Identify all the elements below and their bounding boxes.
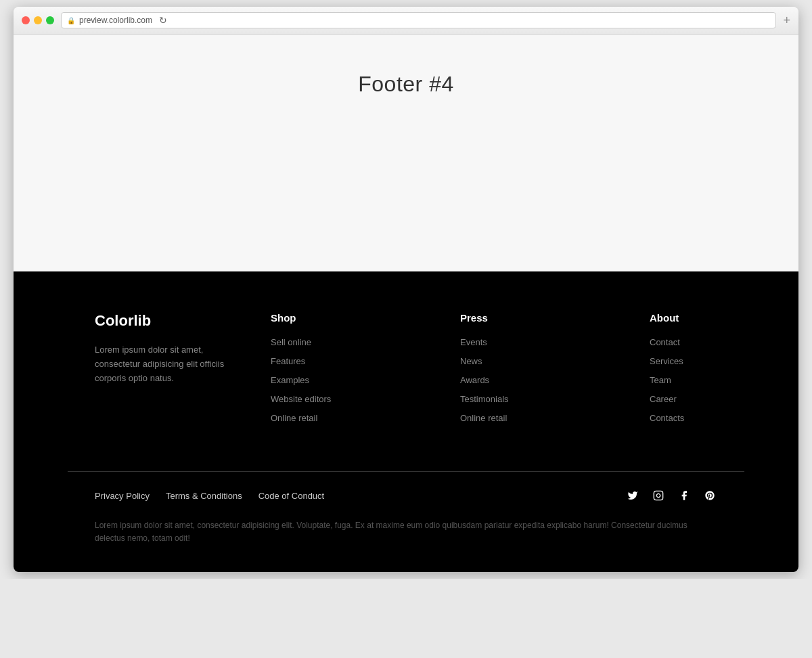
footer-column-press: Press Events News Awards Testimonials On… xyxy=(460,312,528,431)
team-link[interactable]: Team xyxy=(650,375,671,385)
list-item: Examples xyxy=(271,374,338,386)
list-item: Online retail xyxy=(271,412,338,424)
twitter-icon[interactable] xyxy=(625,488,640,503)
list-item: Contact xyxy=(650,336,717,348)
browser-window: 🔒 preview.colorlib.com ↻ + Footer #4 Col… xyxy=(14,7,798,572)
services-link[interactable]: Services xyxy=(650,356,683,366)
page-title: Footer #4 xyxy=(358,72,453,97)
privacy-policy-link[interactable]: Privacy Policy xyxy=(95,491,150,501)
press-column-title: Press xyxy=(460,312,528,324)
online-retail-shop-link[interactable]: Online retail xyxy=(271,413,317,423)
list-item: Services xyxy=(650,355,717,367)
footer-disclaimer: Lorem ipsum dolor sit amet, consectetur … xyxy=(68,519,744,572)
footer-columns: Shop Sell online Features Examples Websi… xyxy=(271,312,717,431)
close-button[interactable] xyxy=(22,16,30,24)
list-item: News xyxy=(460,355,528,367)
footer-bottom: Privacy Policy Terms & Conditions Code o… xyxy=(68,472,744,519)
about-links: Contact Services Team Career Contacts xyxy=(650,336,717,424)
list-item: Awards xyxy=(460,374,528,386)
minimize-button[interactable] xyxy=(34,16,42,24)
list-item: Contacts xyxy=(650,412,717,424)
list-item: Features xyxy=(271,355,338,367)
footer-brand: Colorlib Lorem ipsum dolor sit amet, con… xyxy=(95,312,230,431)
lock-icon: 🔒 xyxy=(67,17,75,24)
window-controls xyxy=(22,16,54,24)
footer-column-about: About Contact Services Team Career Conta… xyxy=(650,312,717,431)
list-item: Online retail xyxy=(460,412,528,424)
examples-link[interactable]: Examples xyxy=(271,375,309,385)
browser-toolbar: 🔒 preview.colorlib.com ↻ + xyxy=(14,7,798,35)
list-item: Website editors xyxy=(271,393,338,405)
about-column-title: About xyxy=(650,312,717,324)
press-links: Events News Awards Testimonials Online r… xyxy=(460,336,528,424)
maximize-button[interactable] xyxy=(46,16,54,24)
online-retail-press-link[interactable]: Online retail xyxy=(460,413,507,423)
footer-column-shop: Shop Sell online Features Examples Websi… xyxy=(271,312,338,431)
url-text: preview.colorlib.com xyxy=(79,16,152,25)
website-editors-link[interactable]: Website editors xyxy=(271,394,331,404)
footer-legal-links: Privacy Policy Terms & Conditions Code o… xyxy=(95,491,324,501)
news-link[interactable]: News xyxy=(460,356,482,366)
svg-rect-0 xyxy=(654,491,662,500)
sell-online-link[interactable]: Sell online xyxy=(271,337,311,347)
disclaimer-text: Lorem ipsum dolor sit amet, consectetur … xyxy=(95,519,717,545)
code-of-conduct-link[interactable]: Code of Conduct xyxy=(258,491,325,501)
features-link[interactable]: Features xyxy=(271,356,305,366)
brand-name: Colorlib xyxy=(95,312,230,330)
testimonials-link[interactable]: Testimonials xyxy=(460,394,509,404)
brand-description: Lorem ipsum dolor sit amet, consectetur … xyxy=(95,343,230,385)
list-item: Team xyxy=(650,374,717,386)
footer-social xyxy=(625,488,717,503)
address-bar[interactable]: 🔒 preview.colorlib.com ↻ xyxy=(61,12,776,28)
awards-link[interactable]: Awards xyxy=(460,375,489,385)
facebook-icon[interactable] xyxy=(677,488,692,503)
instagram-icon[interactable] xyxy=(651,488,666,503)
footer: Colorlib Lorem ipsum dolor sit amet, con… xyxy=(14,271,798,572)
career-link[interactable]: Career xyxy=(650,394,677,404)
list-item: Career xyxy=(650,393,717,405)
list-item: Events xyxy=(460,336,528,348)
footer-main: Colorlib Lorem ipsum dolor sit amet, con… xyxy=(68,312,744,471)
contact-link[interactable]: Contact xyxy=(650,337,680,347)
terms-conditions-link[interactable]: Terms & Conditions xyxy=(166,491,242,501)
reload-button[interactable]: ↻ xyxy=(159,15,167,26)
list-item: Testimonials xyxy=(460,393,528,405)
page-content: Footer #4 xyxy=(14,35,798,271)
pinterest-icon[interactable] xyxy=(702,488,717,503)
shop-column-title: Shop xyxy=(271,312,338,324)
shop-links: Sell online Features Examples Website ed… xyxy=(271,336,338,424)
add-tab-button[interactable]: + xyxy=(783,14,790,28)
events-link[interactable]: Events xyxy=(460,337,487,347)
list-item: Sell online xyxy=(271,336,338,348)
contacts-link[interactable]: Contacts xyxy=(650,413,684,423)
